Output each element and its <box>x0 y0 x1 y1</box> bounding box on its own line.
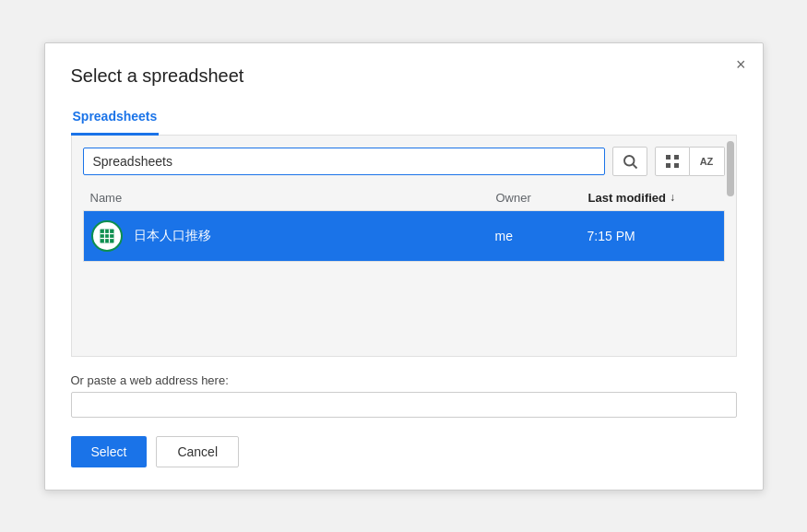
search-icon <box>622 153 638 170</box>
file-modified: 7:15 PM <box>587 229 717 243</box>
tab-bar: Spreadsheets <box>71 101 737 136</box>
file-list: 日本人口推移 me 7:15 PM <box>83 210 725 262</box>
sort-az-button[interactable]: AZ <box>690 147 725 176</box>
footer-buttons: Select Cancel <box>71 436 737 467</box>
content-area: AZ Name Owner Last modified ↓ <box>71 136 737 357</box>
paste-section: Or paste a web address here: <box>71 373 737 418</box>
search-input-wrap <box>83 148 605 175</box>
search-input[interactable] <box>83 148 605 175</box>
tab-spreadsheets[interactable]: Spreadsheets <box>71 101 160 136</box>
svg-rect-6 <box>100 229 113 242</box>
spreadsheet-icon <box>91 220 123 252</box>
col-header-last-modified[interactable]: Last modified ↓ <box>588 191 718 205</box>
toolbar: AZ <box>83 147 725 176</box>
select-spreadsheet-dialog: × Select a spreadsheet Spreadsheets <box>44 42 764 491</box>
sheets-icon <box>98 227 116 245</box>
col-header-owner: Owner <box>496 191 588 205</box>
table-row[interactable]: 日本人口推移 me 7:15 PM <box>84 211 724 261</box>
cancel-button[interactable]: Cancel <box>156 436 239 467</box>
svg-rect-2 <box>666 155 671 160</box>
svg-rect-5 <box>674 163 679 168</box>
list-header: Name Owner Last modified ↓ <box>83 185 725 210</box>
svg-line-1 <box>633 164 636 168</box>
svg-rect-3 <box>674 155 679 160</box>
grid-icon <box>665 154 680 169</box>
scrollbar-track[interactable] <box>725 136 736 356</box>
file-owner: me <box>495 229 587 243</box>
close-button[interactable]: × <box>736 56 746 73</box>
svg-rect-4 <box>666 163 671 168</box>
col-header-name: Name <box>90 191 496 205</box>
sort-arrow-icon: ↓ <box>670 191 675 204</box>
grid-view-button[interactable] <box>655 147 690 176</box>
dialog-title: Select a spreadsheet <box>71 65 737 87</box>
scrollbar-thumb[interactable] <box>727 141 734 196</box>
search-button[interactable] <box>612 147 647 176</box>
view-toggle-group: AZ <box>655 147 725 176</box>
file-name: 日本人口推移 <box>134 228 495 244</box>
paste-url-input[interactable] <box>71 392 737 418</box>
select-button[interactable]: Select <box>71 436 148 467</box>
svg-point-0 <box>624 156 635 166</box>
paste-label: Or paste a web address here: <box>71 373 737 387</box>
